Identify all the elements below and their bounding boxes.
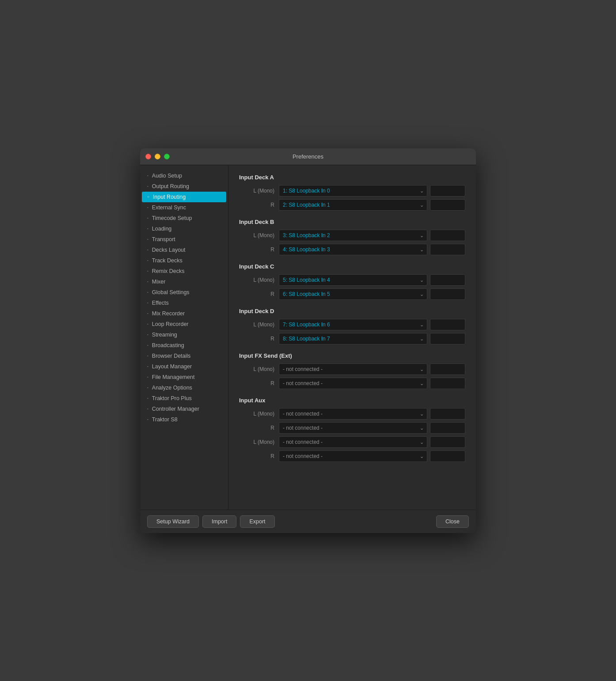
sidebar-item-file-management[interactable]: •File Management [140, 372, 228, 382]
select-container: 6: S8 Loopback In 5 [279, 288, 427, 300]
input-select[interactable]: 8: S8 Loopback In 7 [279, 333, 427, 344]
select-container: - not connected - [279, 408, 427, 420]
input-select[interactable]: 6: S8 Loopback In 5 [279, 288, 427, 300]
input-select[interactable]: 2: S8 Loopback In 1 [279, 199, 427, 211]
channel-label: R [239, 425, 274, 431]
bullet-icon: • [147, 184, 148, 188]
sidebar-item-loop-recorder[interactable]: •Loop Recorder [140, 319, 228, 329]
input-row: L (Mono)- not connected - [239, 436, 465, 448]
select-wrapper: - not connected - [279, 450, 465, 462]
sidebar-item-external-sync[interactable]: •External Sync [140, 202, 228, 213]
select-wrapper: 5: S8 Loopback In 4 [279, 274, 465, 286]
input-select[interactable]: - not connected - [279, 363, 427, 375]
sidebar-item-label: Audio Setup [152, 173, 182, 179]
select-container: 4: S8 Loopback In 3 [279, 244, 427, 255]
channel-label: R [239, 246, 274, 253]
setup-wizard-button[interactable]: Setup Wizard [147, 515, 199, 528]
extra-control [430, 436, 465, 448]
channel-label: L (Mono) [239, 188, 274, 194]
sidebar-item-streaming[interactable]: •Streaming [140, 329, 228, 340]
sidebar-item-audio-setup[interactable]: •Audio Setup [140, 170, 228, 181]
input-select[interactable]: 7: S8 Loopback In 6 [279, 319, 427, 330]
sidebar-item-loading[interactable]: •Loading [140, 223, 228, 234]
bullet-icon: • [147, 174, 148, 178]
input-select[interactable]: - not connected - [279, 378, 427, 389]
sidebar-item-label: Layout Manager [152, 363, 192, 370]
titlebar: Preferences [140, 148, 476, 165]
sidebar-item-traktor-s8[interactable]: •Traktor S8 [140, 414, 228, 425]
preferences-window: Preferences •Audio Setup•Output Routing○… [140, 148, 476, 533]
sidebar-item-label: Loop Recorder [152, 321, 189, 327]
input-select[interactable]: 4: S8 Loopback In 3 [279, 244, 427, 255]
sidebar-item-track-decks[interactable]: •Track Decks [140, 255, 228, 266]
sidebar-item-decks-layout[interactable]: •Decks Layout [140, 245, 228, 255]
select-container: - not connected - [279, 378, 427, 389]
input-select[interactable]: - not connected - [279, 450, 427, 462]
bullet-icon: • [147, 248, 148, 252]
bullet-icon: • [147, 280, 148, 284]
sidebar-item-label: Timecode Setup [152, 215, 192, 221]
import-button[interactable]: Import [202, 515, 236, 528]
sidebar-item-global-settings[interactable]: •Global Settings [140, 287, 228, 298]
bullet-icon: • [147, 258, 148, 262]
sidebar-item-label: Analyze Options [152, 385, 192, 391]
select-wrapper: 4: S8 Loopback In 3 [279, 244, 465, 255]
export-button[interactable]: Export [240, 515, 274, 528]
select-container: - not connected - [279, 363, 427, 375]
sidebar-item-mixer[interactable]: •Mixer [140, 276, 228, 287]
input-select[interactable]: 5: S8 Loopback In 4 [279, 274, 427, 286]
bullet-icon: • [147, 364, 148, 368]
channel-label: R [239, 336, 274, 342]
sidebar-item-transport[interactable]: •Transport [140, 234, 228, 245]
bullet-icon: • [147, 407, 148, 411]
extra-control [430, 288, 465, 300]
minimize-button[interactable] [155, 154, 160, 159]
channel-label: R [239, 380, 274, 386]
sidebar-item-browser-details[interactable]: •Browser Details [140, 351, 228, 361]
close-button[interactable] [145, 154, 151, 159]
bullet-icon: • [147, 216, 148, 220]
input-select[interactable]: - not connected - [279, 408, 427, 420]
select-wrapper: - not connected - [279, 378, 465, 389]
extra-control [430, 185, 465, 197]
sidebar-item-timecode-setup[interactable]: •Timecode Setup [140, 213, 228, 223]
extra-control [430, 319, 465, 330]
sidebar-item-controller-manager[interactable]: •Controller Manager [140, 404, 228, 414]
select-wrapper: - not connected - [279, 422, 465, 434]
sidebar-item-traktor-pro-plus[interactable]: •Traktor Pro Plus [140, 393, 228, 404]
extra-control [430, 363, 465, 375]
sidebar-item-effects[interactable]: •Effects [140, 298, 228, 308]
bullet-icon: • [147, 333, 148, 337]
sidebar-item-label: Mixer [152, 279, 166, 285]
sidebar-item-layout-manager[interactable]: •Layout Manager [140, 361, 228, 372]
sidebar-item-label: Effects [152, 300, 169, 306]
channel-label: L (Mono) [239, 411, 274, 417]
sidebar-item-output-routing[interactable]: •Output Routing [140, 181, 228, 192]
section-deck-a: Input Deck AL (Mono)1: S8 Loopback In 0R… [239, 174, 465, 211]
sidebar-item-label: Browser Details [152, 353, 191, 359]
bullet-icon: • [147, 205, 148, 209]
bullet-icon: ○ [147, 195, 149, 199]
sidebar-item-label: Remix Decks [152, 268, 185, 274]
input-select[interactable]: - not connected - [279, 422, 427, 434]
sidebar-item-label: Track Decks [152, 257, 183, 264]
sidebar-item-label: Traktor S8 [152, 416, 178, 423]
input-select[interactable]: 1: S8 Loopback In 0 [279, 185, 427, 197]
select-container: 2: S8 Loopback In 1 [279, 199, 427, 211]
sidebar-item-broadcasting[interactable]: •Broadcasting [140, 340, 228, 351]
sidebar-item-label: Streaming [152, 332, 177, 338]
close-window-button[interactable]: Close [436, 515, 469, 528]
sidebar-item-remix-decks[interactable]: •Remix Decks [140, 266, 228, 276]
select-container: - not connected - [279, 422, 427, 434]
sidebar-item-input-routing[interactable]: ○Input Routing [142, 192, 226, 202]
content-area: •Audio Setup•Output Routing○Input Routin… [140, 165, 476, 510]
channel-label: R [239, 291, 274, 297]
sidebar-item-mix-recorder[interactable]: •Mix Recorder [140, 308, 228, 319]
input-row: L (Mono)- not connected - [239, 408, 465, 420]
traffic-lights [145, 154, 170, 159]
sidebar-item-analyze-options[interactable]: •Analyze Options [140, 382, 228, 393]
input-row: R- not connected - [239, 378, 465, 389]
input-select[interactable]: - not connected - [279, 436, 427, 448]
maximize-button[interactable] [164, 154, 170, 159]
input-select[interactable]: 3: S8 Loopback In 2 [279, 230, 427, 241]
